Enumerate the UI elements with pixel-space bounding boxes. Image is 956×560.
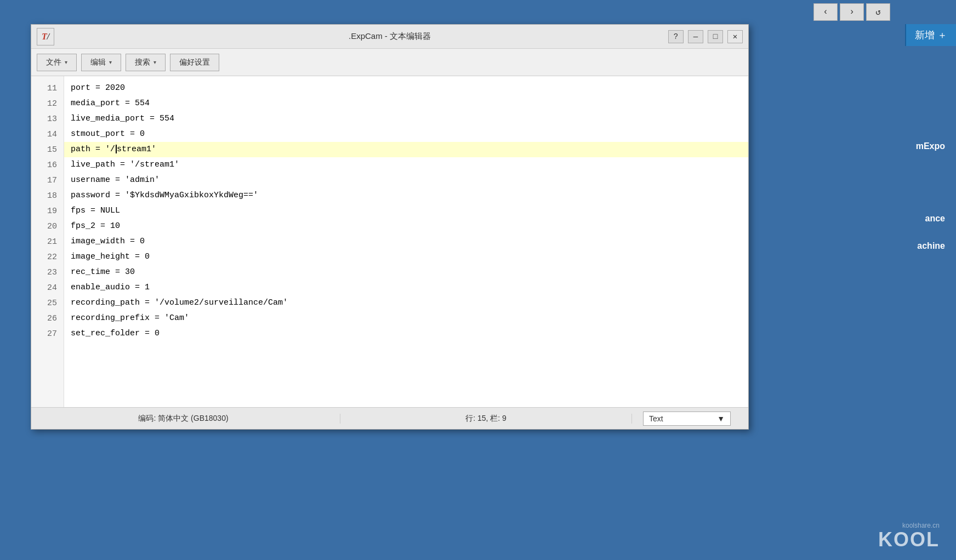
code-line[interactable]: recording_path = '/volume2/surveillance/… [64, 295, 748, 311]
type-dropdown-arrow: ▼ [717, 414, 725, 423]
editor-window: T/ .ExpCam - 文本编辑器 ? — □ ✕ 文件 ▾ 编辑 ▾ [31, 24, 749, 430]
new-increment-button[interactable]: 新增 ＋ [905, 24, 956, 46]
code-line[interactable]: enable_audio = 1 [64, 280, 748, 295]
line-number: 12 [31, 96, 64, 111]
file-type-selector[interactable]: Text ▼ [632, 412, 742, 426]
code-line[interactable]: fps = NULL [64, 203, 748, 219]
refresh-button[interactable]: ↺ [866, 3, 890, 21]
code-line[interactable]: live_path = '/stream1' [64, 157, 748, 173]
menu-bar: 文件 ▾ 编辑 ▾ 搜索 ▾ 偏好设置 [31, 49, 748, 76]
line-number: 19 [31, 203, 64, 219]
code-line[interactable]: rec_time = 30 [64, 265, 748, 280]
line-number: 24 [31, 280, 64, 295]
code-line[interactable]: password = '$YkdsdWMyaGxibkoxYkdWeg==' [64, 188, 748, 203]
preferences-menu[interactable]: 偏好设置 [170, 54, 219, 71]
code-line[interactable]: recording_prefix = 'Cam' [64, 311, 748, 326]
code-line[interactable]: path = '/stream1' [64, 142, 748, 157]
line-number: 16 [31, 157, 64, 173]
title-bar-controls: ? — □ ✕ [668, 30, 743, 43]
code-line[interactable]: port = 2020 [64, 81, 748, 96]
close-button[interactable]: ✕ [727, 30, 743, 43]
line-number: 25 [31, 295, 64, 311]
maximize-button[interactable]: □ [708, 30, 723, 43]
line-number: 17 [31, 173, 64, 188]
code-line[interactable]: image_height = 0 [64, 249, 748, 265]
code-line[interactable]: image_width = 0 [64, 234, 748, 249]
code-line[interactable]: media_port = 554 [64, 96, 748, 111]
code-line[interactable]: username = 'admin' [64, 173, 748, 188]
line-number: 14 [31, 127, 64, 142]
kool-watermark: KOOL [878, 528, 940, 551]
position-status: 行: 15, 栏: 9 [340, 414, 632, 424]
back-button[interactable]: ‹ [813, 3, 838, 21]
text-cursor [116, 145, 117, 153]
right-label-1: mExpo [916, 141, 945, 151]
line-number: 13 [31, 111, 64, 127]
line-number: 15 [31, 142, 64, 157]
navigation-buttons: ‹ › ↺ [813, 0, 890, 24]
line-number: 20 [31, 219, 64, 234]
code-line[interactable]: set_rec_folder = 0 [64, 326, 748, 341]
line-numbers: 1112131415161718192021222324252627 [31, 76, 64, 407]
code-area[interactable]: port = 2020media_port = 554live_media_po… [64, 76, 748, 407]
right-label-2: ance [925, 214, 945, 224]
type-dropdown[interactable]: Text ▼ [643, 412, 731, 426]
search-menu[interactable]: 搜索 ▾ [126, 54, 166, 71]
encoding-status: 编码: 简体中文 (GB18030) [38, 414, 340, 424]
line-number: 11 [31, 81, 64, 96]
code-line[interactable]: live_media_port = 554 [64, 111, 748, 127]
line-number: 23 [31, 265, 64, 280]
file-menu-arrow: ▾ [65, 59, 67, 65]
right-label-3: achine [917, 241, 945, 251]
forward-button[interactable]: › [840, 3, 864, 21]
line-number: 21 [31, 234, 64, 249]
window-title: .ExpCam - 文本编辑器 [349, 31, 431, 42]
edit-menu-arrow: ▾ [109, 59, 112, 65]
code-line[interactable]: stmout_port = 0 [64, 127, 748, 142]
file-menu[interactable]: 文件 ▾ [37, 54, 77, 71]
line-number: 18 [31, 188, 64, 203]
line-number: 22 [31, 249, 64, 265]
search-menu-arrow: ▾ [153, 59, 156, 65]
line-number: 26 [31, 311, 64, 326]
line-number: 27 [31, 326, 64, 341]
status-bar: 编码: 简体中文 (GB18030) 行: 15, 栏: 9 Text ▼ [31, 407, 748, 429]
app-icon: T/ [37, 28, 54, 45]
title-bar: T/ .ExpCam - 文本编辑器 ? — □ ✕ [31, 25, 748, 49]
code-line[interactable]: fps_2 = 10 [64, 219, 748, 234]
editor-content[interactable]: 1112131415161718192021222324252627 port … [31, 76, 748, 407]
help-button[interactable]: ? [668, 30, 684, 43]
minimize-button[interactable]: — [688, 30, 703, 43]
title-bar-left: T/ [37, 28, 54, 45]
edit-menu[interactable]: 编辑 ▾ [81, 54, 121, 71]
